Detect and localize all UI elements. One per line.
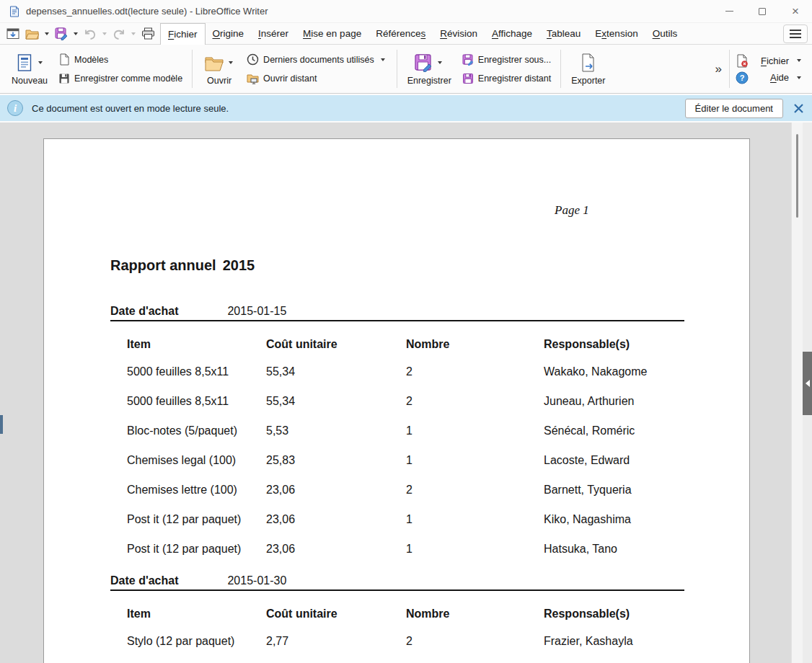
cell-item: Chemises lettre (100) <box>127 483 266 512</box>
date-value: 2015-01-15 <box>227 305 286 317</box>
cell-responsible: Lacoste, Edward <box>544 453 684 483</box>
enregistrer-distant-button[interactable]: Enregistrer distant <box>459 71 555 86</box>
cell-item: 5000 feuilles 8,5x11 <box>127 365 266 394</box>
exporter-label: Exporter <box>571 76 605 86</box>
date-label: Date d'achat <box>110 574 224 588</box>
menu-extension[interactable]: Extension <box>588 23 645 44</box>
menu-mise-en-page[interactable]: Mise en page <box>296 23 369 44</box>
ouvrir-label: Ouvrir <box>207 76 231 86</box>
menu-outils[interactable]: Outils <box>645 23 685 44</box>
undo-dropdown-arrow-icon[interactable] <box>102 32 107 35</box>
open-dropdown-arrow-icon[interactable] <box>45 32 49 35</box>
export-icon <box>580 53 596 72</box>
open-button[interactable] <box>23 27 41 41</box>
save-button[interactable] <box>53 26 70 42</box>
ouvrir-distant-button[interactable]: Ouvrir distant <box>243 71 391 86</box>
hamburger-icon <box>790 33 801 35</box>
nouveau-dropdown-arrow-icon[interactable] <box>38 61 43 64</box>
purchase-date-row: Date d'achat 2015-01-15 <box>110 304 684 319</box>
derniers-documents-button[interactable]: Derniers documents utilisés <box>243 52 391 67</box>
open-folder-icon <box>204 55 224 71</box>
title-bar: depenses_annuelles.odt(lecture seule) - … <box>0 0 812 23</box>
ribbon-group-open: Ouvrir Derniers documents utilisés Ouvri… <box>194 45 395 93</box>
derniers-documents-dropdown-arrow-icon[interactable] <box>381 58 385 61</box>
cell-qty: 2 <box>406 634 544 663</box>
cell-qty: 1 <box>406 453 544 483</box>
aide-menu-button[interactable]: ? Aide <box>736 71 803 84</box>
menu-items: Fichier Origine Insérer Mise en page Réf… <box>160 23 684 44</box>
open-remote-icon <box>247 73 259 84</box>
menu-affichage[interactable]: Affichage <box>485 23 539 44</box>
ouvrir-button[interactable]: Ouvrir <box>198 50 240 88</box>
infobar-close-button[interactable] <box>790 100 806 116</box>
report-title: Rapport annuel2015 <box>110 257 255 274</box>
menu-references[interactable]: Références <box>369 23 433 44</box>
cell-responsible: Barnett, Tyqueria <box>544 483 684 512</box>
menu-inserer[interactable]: Insérer <box>251 23 296 44</box>
file-close-icon <box>736 54 749 68</box>
edit-document-button[interactable]: Éditer le document <box>685 99 783 118</box>
help-icon: ? <box>736 71 749 84</box>
close-button[interactable]: × <box>779 0 812 22</box>
enregistrer-comme-modele-button[interactable]: Enregistrer comme modèle <box>55 71 186 86</box>
enregistrer-dropdown-arrow-icon[interactable] <box>438 61 442 64</box>
enregistrer-label: Enregistrer <box>407 76 451 86</box>
enregistrer-button[interactable]: Enregistrer <box>403 50 456 88</box>
fichier-dropdown-arrow-icon[interactable] <box>797 59 801 62</box>
cell-item: Chemises legal (100) <box>127 453 266 483</box>
fichier-menu-button[interactable]: Fichier <box>736 54 803 68</box>
window-title: depenses_annuelles.odt(lecture seule) - … <box>26 6 268 17</box>
cell-qty: 2 <box>406 483 544 512</box>
page-number-header: Page 1 <box>555 203 589 218</box>
ribbon-group-save: Enregistrer Enregistrer sous... Enregist… <box>399 45 560 93</box>
header-cout-unitaire: Coût unitaire <box>266 608 406 634</box>
scrollbar-thumb[interactable] <box>796 134 798 218</box>
enregistrer-sous-label: Enregistrer sous... <box>478 55 551 65</box>
redo-button[interactable] <box>110 27 128 41</box>
save-icon <box>414 53 433 73</box>
menu-origine[interactable]: Origine <box>206 23 252 44</box>
save-dropdown-arrow-icon[interactable] <box>74 32 78 35</box>
sidebar-toggle-button[interactable] <box>803 352 812 415</box>
enregistrer-sous-button[interactable]: Enregistrer sous... <box>459 53 555 67</box>
redo-dropdown-arrow-icon[interactable] <box>131 32 136 35</box>
table-header-row: Item Coût unitaire Nombre Responsable(s) <box>127 608 684 634</box>
save-as-template-icon <box>58 73 70 84</box>
cell-qty: 1 <box>406 424 544 453</box>
ribbon-separator <box>729 50 730 88</box>
cell-item: Post it (12 par paquet) <box>127 542 266 571</box>
open-folder-icon <box>25 28 39 40</box>
aide-dropdown-arrow-icon[interactable] <box>797 76 801 79</box>
menu-fichier[interactable]: Fichier <box>160 23 206 45</box>
template-icon <box>58 53 70 66</box>
cell-item: Post it (12 par paquet) <box>127 512 266 542</box>
new-document-icon <box>15 53 34 72</box>
menu-tableau[interactable]: Tableau <box>539 23 588 44</box>
cell-responsible: Sénécal, Roméric <box>544 424 684 453</box>
ouvrir-dropdown-arrow-icon[interactable] <box>229 61 233 64</box>
nouveau-label: Nouveau <box>12 76 48 86</box>
load-url-button[interactable] <box>4 27 22 41</box>
ribbon-overflow-button[interactable]: » <box>710 59 728 79</box>
modeles-button[interactable]: Modèles <box>55 52 186 67</box>
nouveau-button[interactable]: Nouveau <box>7 50 52 88</box>
document-page[interactable]: Page 1 Rapport annuel2015 Date d'achat 2… <box>43 138 750 663</box>
header-nombre: Nombre <box>406 608 544 634</box>
table-row: 5000 feuilles 8,5x11 55,34 2 Juneau, Art… <box>127 394 684 424</box>
header-item: Item <box>127 608 266 634</box>
ribbon-separator <box>192 50 193 88</box>
cell-qty: 1 <box>406 542 544 571</box>
undo-button[interactable] <box>81 27 99 41</box>
menubar-options-button[interactable] <box>783 25 808 43</box>
menu-revision[interactable]: Révision <box>433 23 485 44</box>
minimize-button[interactable] <box>712 0 746 22</box>
maximize-button[interactable] <box>746 0 779 22</box>
ribbon-right-group: Fichier ? Aide <box>731 45 809 93</box>
cell-cost: 2,77 <box>266 634 406 663</box>
print-button[interactable] <box>139 26 157 41</box>
cell-cost: 23,06 <box>266 542 406 571</box>
exporter-button[interactable]: Exporter <box>567 50 609 88</box>
quick-toolbar <box>0 23 160 44</box>
cell-cost: 55,34 <box>266 394 406 424</box>
section-rule <box>110 589 684 591</box>
